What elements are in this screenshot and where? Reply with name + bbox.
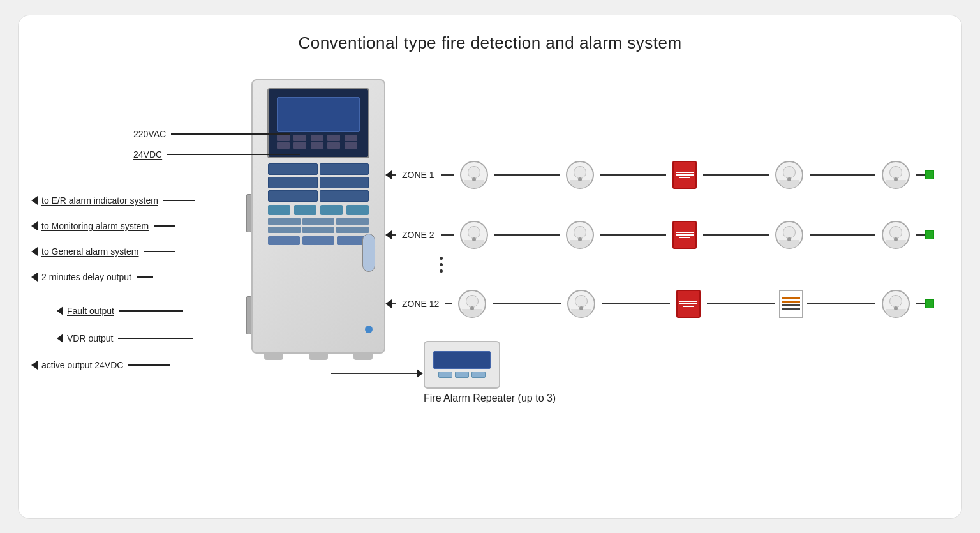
controller-status-dot	[365, 326, 373, 333]
label-er-alarm-text: to E/R alarm indicator system	[41, 195, 158, 206]
page-title: Conventional type fire detection and ala…	[19, 33, 961, 53]
label-general-alarm-text: to General alarm system	[41, 246, 139, 257]
zone1-call-point	[672, 161, 697, 189]
fire-alarm-controller	[251, 79, 385, 354]
label-active-output-text: active output 24VDC	[41, 360, 123, 370]
label-monitoring-alarm: to Monitoring alarm system	[31, 221, 175, 231]
port-connector-top	[246, 194, 251, 232]
power-label-220vac: 220VAC	[133, 129, 300, 139]
power-label-24vdc: 24VDC	[133, 149, 300, 160]
repeater-area: Fire Alarm Repeater (up to 3)	[424, 341, 556, 404]
label-active-output: active output 24VDC	[31, 360, 170, 370]
zone12-label: ZONE 12	[402, 299, 439, 309]
port-connector-bottom	[246, 296, 251, 334]
zone12-relay-box	[779, 290, 803, 318]
label-fault-output-text: Fault output	[67, 306, 114, 316]
zone2-smoke-detector-1	[460, 221, 488, 249]
zone2-smoke-detector-3	[775, 221, 803, 249]
label-monitoring-alarm-text: to Monitoring alarm system	[41, 221, 149, 231]
zone12-smoke-detector-1	[458, 290, 486, 318]
power-label-220vac-text: 220VAC	[133, 129, 166, 139]
zone1-row: ZONE 1	[385, 161, 934, 189]
controller-feet	[264, 352, 373, 360]
zone12-smoke-detector-3	[882, 290, 910, 318]
repeater-screen	[433, 351, 491, 369]
repeater-buttons	[438, 372, 486, 378]
repeater-label: Fire Alarm Repeater (up to 3)	[424, 393, 556, 404]
power-label-24vdc-text: 24VDC	[133, 149, 162, 160]
label-vdr-output: VDR output	[57, 333, 193, 343]
main-container: Conventional type fire detection and ala…	[18, 15, 962, 519]
label-fault-output: Fault output	[57, 306, 183, 316]
zone12-call-point	[676, 290, 701, 318]
repeater-device	[424, 341, 500, 389]
label-delay-output-text: 2 minutes delay output	[41, 272, 131, 282]
zone1-end-terminator	[925, 170, 934, 179]
zone2-smoke-detector-2	[566, 221, 594, 249]
screen-display	[277, 97, 360, 132]
repeater-arrow-head	[417, 369, 423, 378]
label-vdr-output-text: VDR output	[67, 333, 113, 343]
zone1-smoke-detector-2	[566, 161, 594, 189]
label-er-alarm: to E/R alarm indicator system	[31, 195, 195, 206]
zone12-smoke-detector-2	[567, 290, 595, 318]
zone1-label: ZONE 1	[402, 170, 434, 180]
zone2-call-point	[672, 221, 697, 249]
power-labels-area: 220VAC 24VDC	[133, 129, 300, 160]
zone2-row: ZONE 2	[385, 221, 934, 249]
zone12-row: ZONE 12	[385, 290, 934, 318]
zone1-smoke-detector-1	[460, 161, 488, 189]
zone1-smoke-detector-4	[882, 161, 910, 189]
repeater-arrow-line	[331, 373, 420, 374]
zone2-smoke-detector-4	[882, 221, 910, 249]
label-general-alarm: to General alarm system	[31, 246, 175, 257]
zone12-end-terminator	[925, 299, 934, 308]
label-delay-output: 2 minutes delay output	[31, 272, 153, 282]
zone2-label: ZONE 2	[402, 230, 434, 240]
zone1-smoke-detector-3	[775, 161, 803, 189]
zone-dots	[440, 257, 443, 273]
zone2-end-terminator	[925, 230, 934, 239]
controller-handle	[362, 234, 375, 272]
